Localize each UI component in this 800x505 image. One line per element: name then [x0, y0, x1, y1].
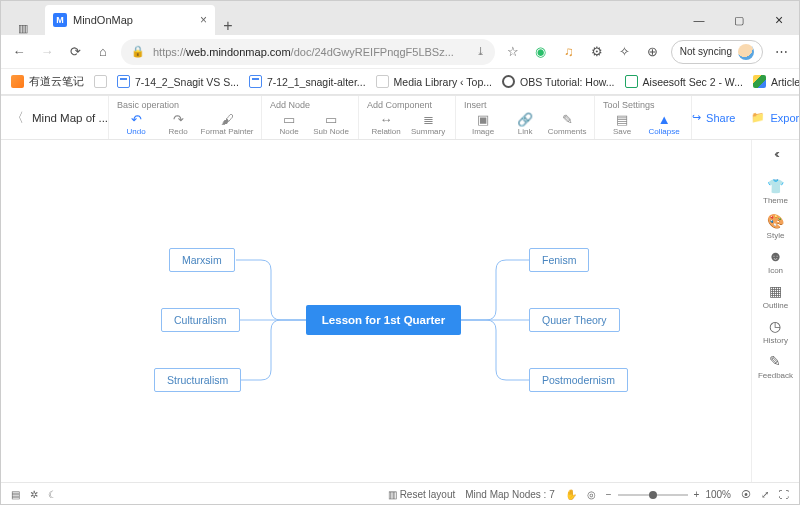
mindmap-node[interactable]: Postmodernism — [529, 368, 628, 392]
toolbar-image-button[interactable]: ▣Image — [464, 112, 502, 136]
favicon-icon: M — [53, 13, 67, 27]
bookmark-item[interactable]: 7-14_2_Snagit VS S... — [117, 75, 239, 88]
mindmap-node[interactable]: Structuralism — [154, 368, 241, 392]
side-label: Style — [767, 231, 785, 240]
panel-collapse-icon[interactable]: ‹‹ — [774, 146, 777, 166]
bookmark-item[interactable]: OBS Tutorial: How... — [502, 75, 615, 88]
toolbar-save-button[interactable]: ▤Save — [603, 112, 641, 136]
toolbar-summary-button[interactable]: ≣Summary — [409, 112, 447, 136]
center-view-icon[interactable]: ⦿ — [741, 489, 751, 500]
side-feedback-button[interactable]: ✎Feedback — [758, 349, 793, 384]
minimize-button[interactable]: — — [679, 5, 719, 35]
bookmark-icon — [753, 75, 766, 88]
refresh-button[interactable]: ⟳ — [65, 42, 85, 62]
zoom-slider[interactable] — [618, 494, 688, 496]
summary-icon: ≣ — [423, 112, 434, 126]
mindmap-node[interactable]: Marxsim — [169, 248, 235, 272]
nodes-count: Mind Map Nodes : 7 — [465, 489, 555, 500]
share-icon: ↪ — [692, 111, 701, 124]
mindmap-node[interactable]: Fenism — [529, 248, 589, 272]
toolbar-sub-node-button[interactable]: ▭Sub Node — [312, 112, 350, 136]
status-icon[interactable]: ☾ — [48, 489, 57, 500]
bookmark-item[interactable]: 有道云笔记 — [11, 75, 84, 89]
profile-sync-button[interactable]: Not syncing — [671, 40, 763, 64]
bookmark-item[interactable]: Media Library ‹ Top... — [376, 75, 492, 88]
home-button[interactable]: ⌂ — [93, 42, 113, 62]
favorites-icon[interactable]: ☆ — [503, 42, 523, 62]
toolbar-link-button[interactable]: 🔗Link — [506, 112, 544, 136]
mindmap-node[interactable]: Quuer Theory — [529, 308, 620, 332]
image-icon: ▣ — [477, 112, 489, 126]
side-icon-button[interactable]: ☻Icon — [758, 244, 793, 279]
new-tab-button[interactable]: + — [215, 17, 241, 35]
side-label: Feedback — [758, 371, 793, 380]
bookmark-icon — [249, 75, 262, 88]
headphones-icon[interactable]: ♫ — [559, 42, 579, 62]
group-label: Add Node — [270, 100, 350, 110]
button-label: Node — [280, 127, 299, 136]
side-theme-button[interactable]: 👕Theme — [758, 174, 793, 209]
side-style-button[interactable]: 🎨Style — [758, 209, 793, 244]
group-label: Add Component — [367, 100, 447, 110]
toolbar-node-button[interactable]: ▭Node — [270, 112, 308, 136]
mindmap-node[interactable]: Culturalism — [161, 308, 240, 332]
collections-icon[interactable]: ✧ — [615, 42, 635, 62]
bookmark-icon — [11, 75, 24, 88]
side-label: Icon — [768, 266, 783, 275]
toolbar-redo-button[interactable]: ↷Redo — [159, 112, 197, 136]
bookmark-icon — [625, 75, 638, 88]
bookmark-item[interactable]: Aiseesoft Sec 2 - W... — [625, 75, 743, 88]
hand-tool-icon[interactable]: ✋ — [565, 489, 577, 500]
sync-label: Not syncing — [680, 46, 732, 57]
feedback-icon: ✎ — [769, 353, 781, 369]
button-label: Save — [613, 127, 631, 136]
doc-title: Mind Map of ... — [32, 112, 108, 124]
collapse-icon: ▲ — [658, 112, 671, 126]
toolbar-format-painter-button[interactable]: 🖌Format Painter — [201, 112, 253, 136]
bookmark-icon — [376, 75, 389, 88]
tab-title: MindOnMap — [73, 14, 194, 26]
back-button[interactable]: ← — [9, 42, 29, 62]
side-history-button[interactable]: ◷History — [758, 314, 793, 349]
downloads-icon[interactable]: ⊕ — [643, 42, 663, 62]
comments-icon: ✎ — [562, 112, 573, 126]
target-icon[interactable]: ◎ — [587, 489, 596, 500]
share-button[interactable]: ↪Share — [692, 111, 735, 124]
mindmap-central-node[interactable]: Lesson for 1st Quarter — [306, 305, 461, 335]
extensions-icon[interactable]: ⚙ — [587, 42, 607, 62]
bookmark-item[interactable] — [94, 75, 107, 88]
toolbar-collapse-button[interactable]: ▲Collapse — [645, 112, 683, 136]
side-outline-button[interactable]: ▦Outline — [758, 279, 793, 314]
more-menu-icon[interactable]: ⋯ — [771, 42, 791, 62]
bookmark-item[interactable]: 7-12_1_snagit-alter... — [249, 75, 366, 88]
url-text: https://web.mindonmap.com/doc/24dGwyREIF… — [153, 46, 468, 58]
reset-layout-button[interactable]: ▥ Reset layout — [388, 489, 455, 500]
fullscreen-icon[interactable]: ⤢ — [761, 489, 769, 500]
status-icon[interactable]: ▤ — [11, 489, 20, 500]
maximize-button[interactable]: ▢ — [719, 5, 759, 35]
toolbar-comments-button[interactable]: ✎Comments — [548, 112, 586, 136]
status-icon[interactable]: ✲ — [30, 489, 38, 500]
tab-actions-icon[interactable]: ▥ — [1, 22, 45, 35]
status-bar: ▤ ✲ ☾ ▥ Reset layout Mind Map Nodes : 7 … — [1, 482, 799, 505]
close-tab-icon[interactable]: × — [200, 13, 207, 27]
zoom-out-button[interactable]: − — [606, 489, 612, 500]
forward-button[interactable]: → — [37, 42, 57, 62]
app-toolbar: 〈 Mind Map of ... Basic operation↶Undo↷R… — [1, 95, 799, 140]
browser-tab[interactable]: M MindOnMap × — [45, 5, 215, 35]
zoom-in-button[interactable]: + — [694, 489, 700, 500]
lock-icon: 🔒 — [131, 45, 145, 58]
close-window-button[interactable]: × — [759, 5, 799, 35]
search-icon[interactable]: ⤓ — [476, 45, 485, 58]
export-button[interactable]: 📁Export — [751, 111, 800, 124]
fit-view-icon[interactable]: ⛶ — [779, 489, 789, 500]
ext-circle-icon[interactable]: ◉ — [531, 42, 551, 62]
canvas[interactable]: Lesson for 1st Quarter Marxsim Culturali… — [1, 140, 751, 482]
toolbar-relation-button[interactable]: ↔Relation — [367, 112, 405, 136]
back-chevron-icon[interactable]: 〈 — [11, 109, 24, 127]
address-bar[interactable]: 🔒 https://web.mindonmap.com/doc/24dGwyRE… — [121, 39, 495, 65]
group-label: Basic operation — [117, 100, 253, 110]
browser-toolbar: ← → ⟳ ⌂ 🔒 https://web.mindonmap.com/doc/… — [1, 35, 799, 69]
bookmark-item[interactable]: Article-Drafts - Goo... — [753, 75, 800, 88]
toolbar-undo-button[interactable]: ↶Undo — [117, 112, 155, 136]
